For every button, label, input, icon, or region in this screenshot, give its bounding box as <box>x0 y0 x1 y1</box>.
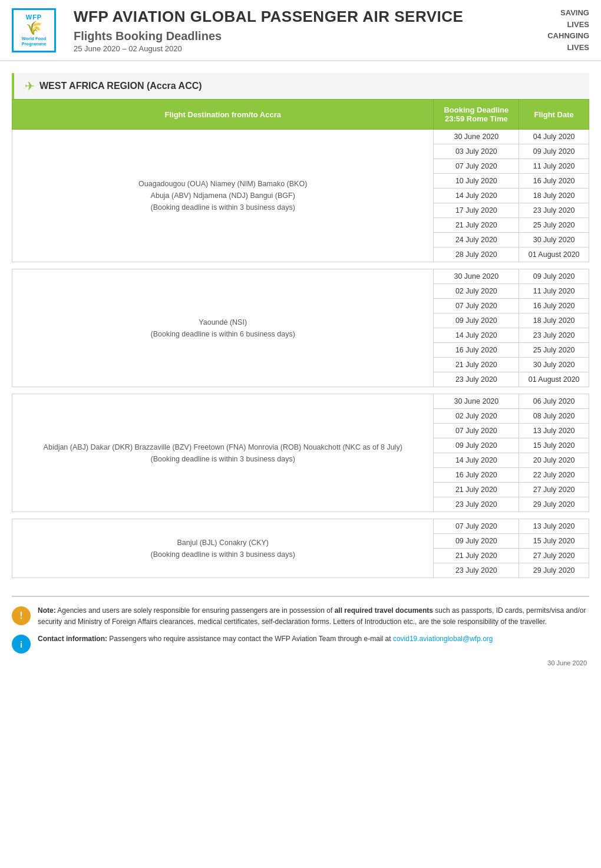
flight-date-cell: 23 July 2020 <box>519 203 589 218</box>
deadline-cell: 09 July 2020 <box>434 313 519 328</box>
deadline-cell: 30 June 2020 <box>434 269 519 284</box>
deadline-cell: 10 July 2020 <box>434 174 519 189</box>
contact-email[interactable]: covid19.aviationglobal@wfp.org <box>393 635 493 643</box>
deadline-cell: 24 July 2020 <box>434 233 519 247</box>
table-row: Banjul (BJL) Conakry (CKY)(Booking deadl… <box>12 519 589 534</box>
note-text: Agencies and users are solely responsibl… <box>57 606 334 615</box>
warning-icon: ! <box>12 606 31 625</box>
section-title-bar: ✈ WEST AFRICA REGION (Accra ACC) <box>12 73 589 99</box>
flight-date-cell: 09 July 2020 <box>519 269 589 284</box>
deadline-cell: 30 June 2020 <box>434 394 519 409</box>
table-header-row: Flight Destination from/to Accra Booking… <box>12 100 589 130</box>
deadline-cell: 07 July 2020 <box>434 424 519 438</box>
section-title: WEST AFRICA REGION (Accra ACC) <box>39 81 202 91</box>
table-row: Ouagadougou (OUA) Niamey (NIM) Bamako (B… <box>12 130 589 144</box>
deadline-cell: 23 July 2020 <box>434 497 519 512</box>
header-sub: Flights Booking Deadlines 25 June 2020 –… <box>74 26 530 53</box>
note-bold: all required travel documents <box>335 606 433 615</box>
deadline-cell: 28 July 2020 <box>434 247 519 262</box>
plane-icon: ✈ <box>25 79 35 93</box>
flight-date-cell: 27 July 2020 <box>519 549 589 563</box>
note-label: Note: <box>38 606 56 615</box>
contact-label: Contact information: <box>38 635 107 643</box>
deadline-cell: 07 July 2020 <box>434 159 519 174</box>
flight-date-cell: 25 July 2020 <box>519 218 589 233</box>
flight-date-cell: 23 July 2020 <box>519 328 589 343</box>
flight-date-cell: 06 July 2020 <box>519 394 589 409</box>
deadline-cell: 23 July 2020 <box>434 563 519 578</box>
flight-date-cell: 27 July 2020 <box>519 483 589 497</box>
deadline-cell: 14 July 2020 <box>434 453 519 468</box>
logo-subtitle-text: World FoodProgramme <box>22 36 47 47</box>
deadline-cell: 02 July 2020 <box>434 284 519 299</box>
header-saving: SAVING LIVES CAHNGING LIVES <box>530 7 589 53</box>
flight-date-cell: 11 July 2020 <box>519 284 589 299</box>
deadline-cell: 14 July 2020 <box>434 328 519 343</box>
deadline-cell: 03 July 2020 <box>434 144 519 159</box>
sub-title: Flights Booking Deadlines <box>74 29 530 43</box>
deadline-cell: 02 July 2020 <box>434 409 519 424</box>
saving-line-3: CAHNGING <box>530 30 589 42</box>
main-title: WFP AVIATION GLOBAL PASSENGER AIR SERVIC… <box>74 8 530 26</box>
col-header-deadline: Booking Deadline23:59 Rome Time <box>434 100 519 130</box>
flight-date-cell: 20 July 2020 <box>519 453 589 468</box>
destination-cell: Abidjan (ABJ) Dakar (DKR) Brazzaville (B… <box>12 394 434 512</box>
destination-cell: Ouagadougou (OUA) Niamey (NIM) Bamako (B… <box>12 130 434 262</box>
flight-date-cell: 18 July 2020 <box>519 189 589 203</box>
flight-date-cell: 09 July 2020 <box>519 144 589 159</box>
flight-date-cell: 25 July 2020 <box>519 343 589 358</box>
table-container: Flight Destination from/to Accra Booking… <box>12 99 589 578</box>
deadline-cell: 21 July 2020 <box>434 358 519 372</box>
deadline-cell: 21 July 2020 <box>434 218 519 233</box>
deadline-cell: 07 July 2020 <box>434 299 519 313</box>
flight-date-cell: 16 July 2020 <box>519 299 589 313</box>
deadline-cell: 16 July 2020 <box>434 343 519 358</box>
saving-line-4: LIVES <box>530 42 589 54</box>
flight-date-cell: 15 July 2020 <box>519 438 589 453</box>
group-separator <box>12 262 589 269</box>
logo-area: WFP 🌾 World FoodProgramme <box>12 8 65 52</box>
table-row: Yaoundé (NSI)(Booking deadline is within… <box>12 269 589 284</box>
footer-area: ! Note: Agencies and users are solely re… <box>12 596 589 666</box>
deadline-cell: 09 July 2020 <box>434 438 519 453</box>
flight-date-cell: 13 July 2020 <box>519 519 589 534</box>
destination-cell: Banjul (BJL) Conakry (CKY)(Booking deadl… <box>12 519 434 578</box>
deadline-cell: 14 July 2020 <box>434 189 519 203</box>
flights-table: Flight Destination from/to Accra Booking… <box>12 99 589 578</box>
footer-note: ! Note: Agencies and users are solely re… <box>12 605 589 628</box>
logo-emblem-icon: 🌾 <box>26 21 42 36</box>
deadline-cell: 09 July 2020 <box>434 534 519 549</box>
deadline-cell: 16 July 2020 <box>434 468 519 483</box>
flight-date-cell: 18 July 2020 <box>519 313 589 328</box>
flight-date-cell: 11 July 2020 <box>519 159 589 174</box>
flight-date-cell: 29 July 2020 <box>519 563 589 578</box>
contact-text: Passengers who require assistance may co… <box>109 635 393 643</box>
header: WFP 🌾 World FoodProgramme WFP AVIATION G… <box>0 0 601 61</box>
logo-wfp-text: WFP <box>26 14 42 21</box>
flight-date-cell: 29 July 2020 <box>519 497 589 512</box>
table-row: Abidjan (ABJ) Dakar (DKR) Brazzaville (B… <box>12 394 589 409</box>
group-separator <box>12 387 589 394</box>
flight-date-cell: 16 July 2020 <box>519 174 589 189</box>
logo-box: WFP 🌾 World FoodProgramme <box>12 8 56 52</box>
deadline-cell: 30 June 2020 <box>434 130 519 144</box>
col-header-destination: Flight Destination from/to Accra <box>12 100 434 130</box>
footer-date: 30 June 2020 <box>12 659 589 666</box>
flight-date-cell: 01 August 2020 <box>519 247 589 262</box>
deadline-cell: 21 July 2020 <box>434 549 519 563</box>
flight-date-cell: 22 July 2020 <box>519 468 589 483</box>
flight-date-cell: 30 July 2020 <box>519 233 589 247</box>
deadline-cell: 23 July 2020 <box>434 372 519 387</box>
footer-contact: i Contact information: Passengers who re… <box>12 633 589 654</box>
deadline-cell: 17 July 2020 <box>434 203 519 218</box>
group-separator <box>12 512 589 519</box>
info-icon: i <box>12 635 31 654</box>
flight-date-cell: 15 July 2020 <box>519 534 589 549</box>
flight-date-cell: 30 July 2020 <box>519 358 589 372</box>
sub-dates: 25 June 2020 – 02 August 2020 <box>74 44 530 53</box>
saving-line-1: SAVING <box>530 7 589 19</box>
flight-date-cell: 08 July 2020 <box>519 409 589 424</box>
footer-note-text: Note: Agencies and users are solely resp… <box>38 605 589 628</box>
destination-cell: Yaoundé (NSI)(Booking deadline is within… <box>12 269 434 387</box>
footer-contact-text: Contact information: Passengers who requ… <box>38 633 493 645</box>
